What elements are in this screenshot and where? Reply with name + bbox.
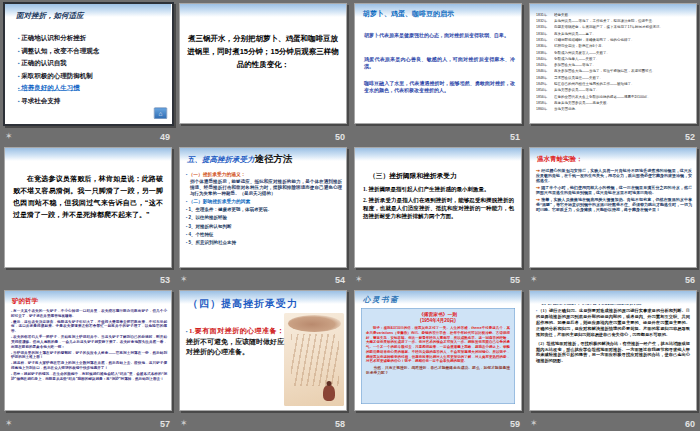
slide-53-body-text: 在竞选参议员落败后，林肯如是说：此路破败不堪又容易滑倒。我一只脚滑了一跤，另一脚… <box>13 173 163 221</box>
slide-59-title: 心灵书斋 <box>363 295 399 305</box>
slide-60-strip: ✶ 60 <box>525 415 700 431</box>
illustration-figure-bottom <box>323 385 335 401</box>
bullet-item: 正确地认识和分析挫折 <box>18 34 166 43</box>
slide-56-strip: ✶ 56 <box>525 271 700 287</box>
slide-number: 53 <box>160 275 170 285</box>
slide-cell-50: 煮三锅开水，分别把胡萝卜、鸡蛋和咖啡豆放进锅里，同时煮15分钟；15分钟后观察三… <box>175 0 350 144</box>
slide-55-list: 1. 挫折阈限是指引起人们产生挫折感的最小刺激量。 2. 挫折承受力是指人们在遇… <box>363 185 514 222</box>
bullet-item: 寻求社会支持 <box>18 96 166 105</box>
list-item: 1、生理条件：健康者更强，体弱者更弱。 <box>186 206 342 213</box>
slide-54-strip: ✶ 54 <box>175 271 350 287</box>
letter-date: (1954年4月20日) <box>366 318 510 324</box>
slide-number: 52 <box>685 132 695 142</box>
slide-number: 57 <box>160 419 170 429</box>
rest-text-black: 挫折不可避免，应该随时做好应对挫折的心理准备。 <box>186 338 284 356</box>
bullet-item: 调整认知，改变不合理观念 <box>18 46 166 55</box>
letter-footer: 当然，只有正视挫折、战胜挫折，自己才能最终走向成功。那么，如何才能提高挫折承受力… <box>366 365 510 375</box>
slide-60-thumbnail[interactable]: 2.勇敢地面对挫折，积极地寻找战胜挫折的方法： （1）进行正确归因。这是指要对造… <box>529 290 697 411</box>
cliff-rope-illustration <box>284 313 344 406</box>
slide-cell-57: 驴的哲学 有一天某个农夫的一头驴子，不小心掉进一口枯井里，农夫绞尽脑汁想办法救出… <box>0 287 175 431</box>
slide-54-title: 五、提高挫折承受力途径方法 <box>187 152 293 165</box>
illustration-figure-top <box>288 315 341 332</box>
slide-52-thumbnail[interactable]: 1831年经商失败。 1832年竞选州议员——落选了，工作也丢了，想就读法学院，… <box>529 3 697 124</box>
slide-50-thumbnail[interactable]: 煮三锅开水，分别把胡萝卜、鸡蛋和咖啡豆放进锅里，同时煮15分钟；15分钟后观察三… <box>179 3 347 124</box>
paragraph: 咖啡豆融入了水里，代表遭遇挫折时，能够坦然、勇敢面对挫折，改变水的颜色，代表积极… <box>364 79 515 94</box>
bullet-item: 经过精心的策划与安排后，实验人员将一只青蛙冷不防地丢进煮沸的油锅里，这只反应灵敏… <box>536 168 692 184</box>
slide-cell-54: 五、提高挫折承受力途径方法 （一）挫折承受力的涵义： 指个体遭受挫折后，能够适应… <box>175 144 350 288</box>
slide-56-bullet-list: 经过精心的策划与安排后，实验人员将一只青蛙冷不防地丢进煮沸的油锅里，这只反应灵敏… <box>536 168 692 214</box>
slide-50-body-text: 煮三锅开水，分别把胡萝卜、鸡蛋和咖啡豆放进锅里，同时煮15分钟；15分钟后观察三… <box>186 32 340 70</box>
list-item: 2、以往的挫折经验 <box>186 214 342 221</box>
slide-57-bullet-list: 有一天某个农夫的一头驴子，不小心掉进一口枯井里，农夫绞尽脑汁想办法救出驴子，但几… <box>11 308 167 382</box>
section-body: 指个体遭受挫折后，能够适应、抵抗和应对挫折的能力，是个体在遇到挫折情境、经受挫折… <box>190 178 342 196</box>
slide-number: 49 <box>160 132 170 142</box>
slide-49-strip: ✶ 49 <box>0 128 175 144</box>
slide-50-strip: 50 <box>175 128 350 144</box>
list-item: 3、对挫折的认知判断 <box>186 223 342 230</box>
slide-template-band <box>355 148 521 161</box>
slide-sorter-view: 面对挫折，如何适应 正确地认识和分析挫折 调整认知，改变不合理观念 正确的认识自… <box>0 0 700 431</box>
letter-body: 孩子：接到4月10日的信，很高兴你又过了一关。人生的苦难，theme不过是这几个… <box>366 326 510 364</box>
title-part-blue: 五、提高挫折承受力 <box>187 155 255 163</box>
slide-49-thumbnail[interactable]: 面对挫折，如何适应 正确地认识和分析挫折 调整认知，改变不合理观念 正确的认识自… <box>3 2 174 126</box>
bullet-item: 隔了半个小时，他们使用同样大小的铁锅，这一回在锅里放满五分之四的冷水，然后把那只… <box>536 185 692 195</box>
slide-53-thumbnail[interactable]: 在竞选参议员落败后，林肯如是说：此路破败不堪又容易滑倒。我一只脚滑了一跤，另一脚… <box>4 147 172 268</box>
slide-number: 54 <box>335 275 345 285</box>
slide-number: 60 <box>685 419 695 429</box>
bullet-item: 农夫的邻居们人手一把铲子，开始将泥土铲进枯井中。当这头驴子了解到自己的处境时，刚… <box>11 335 167 349</box>
slide-number: 50 <box>335 132 345 142</box>
slide-cell-55: （三）挫折阈限和挫折承受力 1. 挫折阈限是指引起人们产生挫折感的最小刺激量。 … <box>350 144 525 288</box>
slide-51-title: 胡萝卜、鸡蛋、咖啡豆的启示 <box>363 9 454 18</box>
paragraph: 鸡蛋代表原来是内心善良、敏感的人，可面对挫折后变得麻木、冷漠。 <box>364 55 515 70</box>
slide-cell-49: 面对挫折，如何适应 正确地认识和分析挫折 调整认知，改变不合理观念 正确的认识自… <box>0 0 175 144</box>
paragraph: 胡萝卜代表原来是健康强壮的心态，面对挫折后变得软弱、自卑。 <box>364 31 515 39</box>
letter-excerpt-box: 《傅雷家书》一则 (1954年4月20日) 孩子：接到4月10日的信，很高兴你又… <box>361 308 515 404</box>
slide-58-strip: ✶ 58 <box>175 415 350 431</box>
section-heading: （一）挫折承受力的涵义： <box>186 171 342 178</box>
bullet-item: 采取积极的心理防御机制 <box>18 71 166 80</box>
animation-indicator-icon[interactable]: ✶ <box>180 274 188 285</box>
slide-49-bullet-list: 正确地认识和分析挫折 调整认知，改变不合理观念 正确的认识自我 采取积极的心理防… <box>18 30 166 109</box>
bullet-item: 正确的认识自我 <box>18 59 166 68</box>
lead-text-red: 1.要有面对挫折的心理准备： <box>189 327 284 335</box>
slide-number: 51 <box>510 132 520 142</box>
bullet-item: 就这样，驴子将大家铲倒在它身上的泥土全数抖落在井底，然后再站上去。很快地，这只驴… <box>11 361 167 371</box>
slide-template-band <box>180 4 346 17</box>
paragraph: （1）进行正确归因。这是指要对造成挫折的原因进行实事求是的分析和判断。目的是弄清… <box>536 308 690 338</box>
slide-51-strip: 51 <box>350 128 525 144</box>
animation-indicator-icon[interactable]: ✶ <box>5 418 13 429</box>
slide-cell-52: 1831年经商失败。 1832年竞选州议员——落选了，工作也丢了，想就读法学院，… <box>525 0 700 144</box>
animation-indicator-icon[interactable]: ✶ <box>530 418 538 429</box>
slide-58-body-text: 1.要有面对挫折的心理准备：挫折不可避免，应该随时做好应对挫折的心理准备。 <box>186 325 284 358</box>
animation-indicator-icon[interactable]: ✶ <box>5 131 13 142</box>
home-action-button-icon: ⌂ <box>154 108 167 120</box>
lincoln-timeline-table: 1831年经商失败。 1832年竞选州议员——落选了，工作也丢了，想就读法学院，… <box>536 12 694 113</box>
list-item: 1. 挫折阈限是指引起人们产生挫折感的最小刺激量。 <box>363 185 514 193</box>
slide-59-thumbnail[interactable]: 心灵书斋 《傅雷家书》一则 (1954年4月20日) 孩子：接到4月10日的信，… <box>354 290 522 411</box>
bullet-item: 接着，实验人员偷偷地在锅底用炭火慢慢加热。青蛙不知究竟，仍然在微温的水中享受“温… <box>536 197 692 213</box>
bullet-item-hyperlink: 培养良好的人生习惯 <box>18 84 166 93</box>
slide-55-thumbnail[interactable]: （三）挫折阈限和挫折承受力 1. 挫折阈限是指引起人们产生挫折感的最小刺激量。 … <box>354 147 522 268</box>
section-heading: （二）影响挫折承受力的因素 <box>186 198 342 205</box>
bullet-item: 有一天某个农夫的一头驴子，不小心掉进一口枯井里，农夫绞尽脑汁想办法救出驴子，但几… <box>11 308 167 318</box>
slide-58-thumbnail[interactable]: （四）提高挫折承受力 1.要有面对挫折的心理准备：挫折不可避免，应该随时做好应对… <box>179 290 347 411</box>
slide-57-thumbnail[interactable]: 驴的哲学 有一天某个农夫的一头驴子，不小心掉进一口枯井里，农夫绞尽脑汁想办法救出… <box>4 290 172 411</box>
bullet-item: 最后，这位农夫决定放弃，他想这头驴子年纪大了，不值得大费周章去把它救出来，不过无… <box>11 319 167 333</box>
animation-indicator-icon[interactable]: ✶ <box>530 274 538 285</box>
slide-55-strip: ✶ 55 <box>350 271 525 287</box>
animation-indicator-icon[interactable]: ✶ <box>180 418 188 429</box>
slide-54-thumbnail[interactable]: 五、提高挫折承受力途径方法 （一）挫折承受力的涵义： 指个体遭受挫折后，能够适应… <box>179 147 347 268</box>
slide-number: 59 <box>510 419 520 429</box>
title-part-black: 途径方法 <box>255 153 293 164</box>
slide-cell-58: （四）提高挫折承受力 1.要有面对挫折的心理准备：挫折不可避免，应该随时做好应对… <box>175 287 350 431</box>
slide-57-strip: ✶ 57 <box>0 415 175 431</box>
animation-indicator-icon[interactable]: ✶ <box>355 274 363 285</box>
slide-56-thumbnail[interactable]: 温水青蛙实验： 经过精心的策划与安排后，实验人员将一只青蛙冷不防地丢进煮沸的油锅… <box>529 147 697 268</box>
paragraph: （2）坦然地面对挫折，寻找积极的解决办法：有些挫折一经产生，就无法消除或短期内无… <box>536 341 690 365</box>
slide-52-strip: 52 <box>525 128 700 144</box>
slide-55-title: （三）挫折阈限和挫折承受力 <box>369 171 457 180</box>
slide-cell-53: 在竞选参议员落败后，林肯如是说：此路破败不堪又容易滑倒。我一只脚滑了一跤，另一脚… <box>0 144 175 288</box>
list-item: 4、个性特征 <box>186 231 342 238</box>
slide-51-thumbnail[interactable]: 胡萝卜、鸡蛋、咖啡豆的启示 胡萝卜代表原来是健康强壮的心态，面对挫折后变得软弱、… <box>354 3 522 124</box>
slide-cell-59: 心灵书斋 《傅雷家书》一则 (1954年4月20日) 孩子：接到4月10日的信，… <box>350 287 525 431</box>
